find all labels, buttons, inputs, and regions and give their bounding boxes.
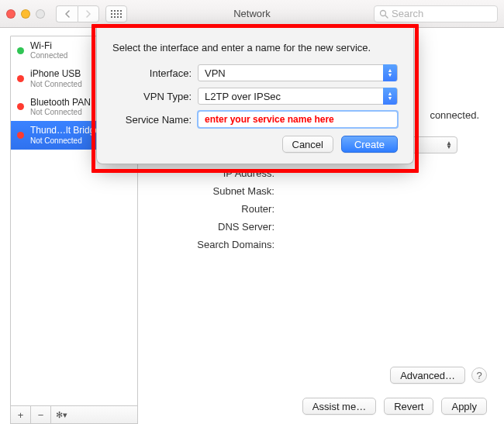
remove-service-button[interactable]: − <box>31 406 51 423</box>
status-dot-icon <box>17 132 24 139</box>
vpn-type-value: L2TP over IPSec <box>205 91 281 102</box>
sidebar-item-label: Bluetooth PAN <box>30 97 91 108</box>
show-all-button[interactable] <box>105 5 127 22</box>
search-icon <box>379 9 388 19</box>
add-service-button[interactable]: + <box>11 406 31 423</box>
window-controls <box>6 9 45 19</box>
svg-rect-5 <box>114 13 116 15</box>
status-dot-icon <box>17 75 24 82</box>
service-actions-button[interactable]: ✻▾ <box>51 406 71 423</box>
search-input[interactable]: Search <box>374 5 498 22</box>
svg-rect-1 <box>114 10 116 12</box>
sidebar-item-status: Connected <box>30 51 67 60</box>
status-dot-icon <box>17 103 24 110</box>
svg-rect-3 <box>120 10 122 12</box>
revert-button[interactable]: Revert <box>384 398 433 415</box>
titlebar: Network Search <box>0 0 504 28</box>
cancel-button[interactable]: Cancel <box>282 136 333 153</box>
svg-point-12 <box>381 10 386 16</box>
help-button[interactable]: ? <box>471 367 487 383</box>
content: Wi-Fi Connected iPhone USB Not Connected… <box>0 28 504 424</box>
dns-server-label: DNS Server: <box>150 221 282 233</box>
service-name-label: Service Name: <box>112 114 198 126</box>
back-button[interactable] <box>56 5 78 22</box>
svg-rect-11 <box>120 16 122 18</box>
new-service-sheet: Select the interface and enter a name fo… <box>96 28 414 164</box>
advanced-button[interactable]: Advanced… <box>390 367 465 384</box>
svg-rect-4 <box>111 13 112 15</box>
sidebar-item-label: iPhone USB <box>30 68 82 79</box>
status-dot-icon <box>17 47 24 54</box>
svg-rect-6 <box>117 13 119 15</box>
subnet-mask-label: Subnet Mask: <box>150 185 282 197</box>
svg-rect-8 <box>111 16 112 18</box>
status-text-fragment: connected. <box>430 109 479 121</box>
svg-rect-10 <box>117 16 119 18</box>
sidebar-item-status: Not Connected <box>30 136 100 146</box>
search-domains-label: Search Domains: <box>150 239 282 250</box>
sidebar-item-label: Wi-Fi <box>30 40 67 51</box>
sidebar-item-status: Not Connected <box>30 80 82 89</box>
svg-line-13 <box>385 16 388 18</box>
interface-select[interactable]: VPN ▲▼ <box>198 64 398 81</box>
vpn-type-select[interactable]: L2TP over IPSec ▲▼ <box>198 88 398 105</box>
forward-button[interactable] <box>78 5 99 22</box>
nav-group <box>56 5 99 22</box>
zoom-window-icon[interactable] <box>36 9 45 19</box>
minimize-window-icon[interactable] <box>21 9 30 19</box>
chevron-updown-icon: ▲▼ <box>383 64 397 81</box>
search-placeholder: Search <box>392 8 423 19</box>
sheet-title: Select the interface and enter a name fo… <box>112 42 398 53</box>
svg-rect-2 <box>117 10 119 12</box>
svg-rect-0 <box>111 10 112 12</box>
sidebar-item-status: Not Connected <box>30 108 91 117</box>
ip-address-label: IP Address: <box>150 167 282 179</box>
close-window-icon[interactable] <box>6 9 16 19</box>
chevron-updown-icon: ▲▼ <box>383 88 397 105</box>
interface-label: Interface: <box>112 67 198 79</box>
router-label: Router: <box>150 203 282 215</box>
sidebar-item-label: Thund…lt Bridge <box>30 125 100 136</box>
create-button[interactable]: Create <box>341 136 398 153</box>
apply-button[interactable]: Apply <box>441 398 487 415</box>
sidebar-footer: + − ✻▾ <box>10 405 138 424</box>
service-name-input[interactable] <box>198 111 398 128</box>
svg-rect-9 <box>114 16 116 18</box>
interface-value: VPN <box>205 67 226 79</box>
svg-rect-7 <box>120 13 122 15</box>
vpn-type-label: VPN Type: <box>112 91 198 102</box>
assist-me-button[interactable]: Assist me… <box>302 398 376 415</box>
